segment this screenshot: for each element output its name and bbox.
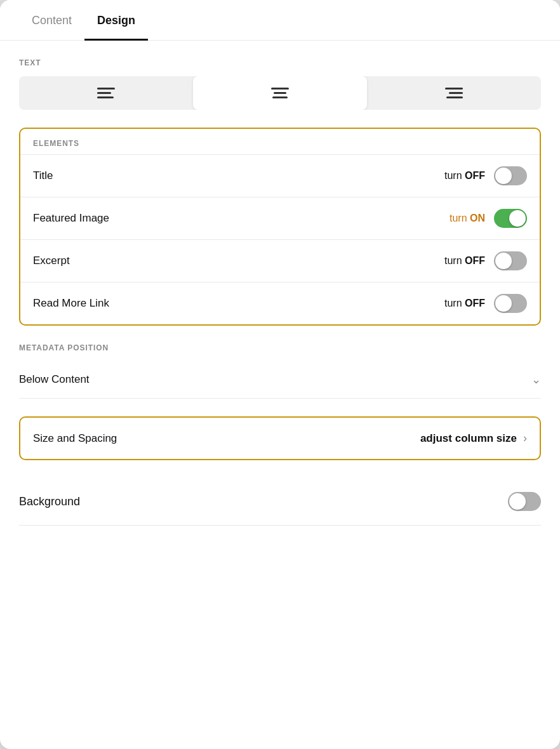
tab-design[interactable]: Design — [84, 0, 148, 41]
align-right-button[interactable] — [367, 76, 541, 110]
element-row-title: Title turn OFF — [20, 154, 540, 197]
element-excerpt-controls: turn OFF — [444, 251, 527, 270]
background-label: Background — [19, 495, 80, 508]
excerpt-toggle-knob — [495, 253, 512, 269]
element-row-excerpt: Excerpt turn OFF — [20, 239, 540, 282]
text-section-label: TEXT — [19, 58, 541, 67]
chevron-down-icon: ⌄ — [531, 373, 541, 387]
element-excerpt-label: Excerpt — [33, 255, 70, 267]
element-featured-image-controls: turn ON — [450, 209, 527, 228]
metadata-section-label: METADATA POSITION — [19, 343, 541, 352]
element-read-more-label: Read More Link — [33, 297, 109, 310]
featured-image-turn-label: turn ON — [450, 213, 485, 224]
size-spacing-label: Size and Spacing — [33, 432, 117, 445]
metadata-position-value: Below Content — [19, 373, 90, 386]
adjust-column-size-label: adjust column size — [420, 432, 517, 445]
text-section: TEXT — [0, 41, 560, 110]
element-title-label: Title — [33, 169, 53, 182]
read-more-toggle[interactable] — [494, 294, 527, 313]
size-spacing-box[interactable]: Size and Spacing adjust column size › — [19, 416, 541, 460]
element-row-read-more: Read More Link turn OFF — [20, 282, 540, 324]
background-toggle[interactable] — [508, 492, 541, 511]
tab-bar: Content Design — [0, 0, 560, 41]
chevron-right-icon: › — [523, 432, 527, 445]
size-spacing-controls: adjust column size › — [420, 432, 527, 445]
align-right-icon — [445, 88, 463, 98]
tab-content[interactable]: Content — [19, 0, 84, 41]
read-more-toggle-knob — [495, 295, 512, 312]
read-more-turn-label: turn OFF — [444, 298, 485, 309]
background-section: Background — [0, 478, 560, 526]
background-row: Background — [19, 478, 541, 526]
metadata-section: METADATA POSITION Below Content ⌄ — [0, 343, 560, 416]
title-turn-label: turn OFF — [444, 170, 485, 182]
element-title-controls: turn OFF — [444, 166, 527, 185]
background-toggle-knob — [509, 493, 526, 510]
excerpt-toggle[interactable] — [494, 251, 527, 270]
align-left-button[interactable] — [19, 76, 193, 110]
elements-label: ELEMENTS — [33, 139, 527, 148]
elements-box: ELEMENTS Title turn OFF Featured Image t… — [19, 128, 541, 326]
elements-header: ELEMENTS — [20, 129, 540, 154]
element-read-more-controls: turn OFF — [444, 294, 527, 313]
align-left-icon — [97, 88, 115, 98]
title-toggle-knob — [495, 168, 512, 184]
featured-image-toggle[interactable] — [494, 209, 527, 228]
element-featured-image-label: Featured Image — [33, 212, 109, 225]
align-center-icon — [271, 88, 289, 98]
design-panel: Content Design TEXT EL — [0, 0, 560, 749]
metadata-position-dropdown[interactable]: Below Content ⌄ — [19, 361, 541, 399]
featured-image-toggle-knob — [509, 210, 526, 227]
excerpt-turn-label: turn OFF — [444, 255, 485, 267]
align-center-button[interactable] — [193, 76, 367, 110]
element-row-featured-image: Featured Image turn ON — [20, 197, 540, 239]
title-toggle[interactable] — [494, 166, 527, 185]
text-align-group — [19, 76, 541, 110]
